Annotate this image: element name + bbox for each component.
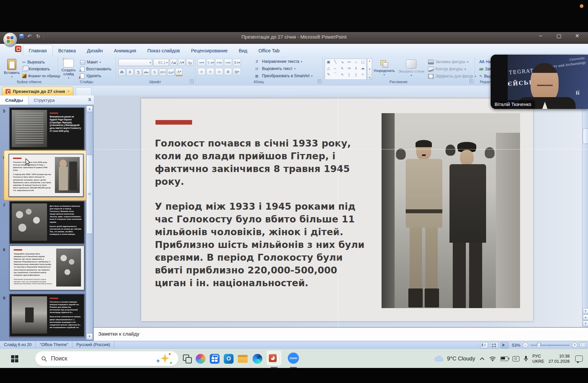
elbow-arrow-shape-icon[interactable]: ↳ [339, 65, 346, 71]
microphone-icon[interactable] [524, 356, 528, 362]
shape-fill-button[interactable]: Заливка фигуры▾ [428, 59, 468, 65]
align-left-button[interactable]: ≡ [198, 68, 205, 75]
fit-to-window-icon[interactable] [580, 342, 586, 348]
align-text-button[interactable]: ⊟ Выровнять текст▾ [253, 65, 296, 72]
align-right-button[interactable]: ≡ [215, 68, 223, 75]
triangle-shape-icon[interactable]: △ [325, 65, 332, 71]
shape-outline-button[interactable]: Контур фигуры▾ [428, 66, 466, 72]
paragraph-dialog-launcher-icon[interactable]: ⇘ [318, 79, 321, 83]
document-tab-close-icon[interactable]: × [67, 89, 70, 94]
webcam-overlay[interactable]: University History and Archaeology TEGRA… [491, 55, 588, 109]
columns-button[interactable]: ▥▾ [233, 68, 241, 75]
previous-slide-icon[interactable]: ▲▲ [583, 314, 588, 320]
font-size-combo[interactable]: 81,1▾ [153, 59, 169, 66]
zoom-out-icon[interactable]: – [523, 342, 528, 348]
slide-thumbnail-6[interactable]: Голокост почався в січні 1933 року, коли… [8, 154, 84, 197]
reset-slide-button[interactable]: Восстановить [80, 66, 111, 72]
normal-view-icon[interactable] [480, 342, 488, 348]
language-indicator[interactable]: РУСUKRE [532, 354, 544, 364]
status-language[interactable]: Русский (Россия) [73, 341, 114, 348]
decrease-indent-button[interactable]: ↤≡ [215, 59, 223, 66]
bullets-button[interactable]: ≔▾ [198, 59, 205, 66]
battery-icon[interactable] [500, 357, 508, 361]
slide-body-text[interactable]: Голокост почався в січні 1933 року, коли… [155, 137, 366, 289]
strikethrough-button[interactable]: abc [143, 69, 150, 76]
convert-smartart-button[interactable]: ▦ Преобразовать в SmartArt▾ [253, 73, 313, 79]
clock[interactable]: 10:3827.01.2026 [548, 354, 570, 364]
quick-styles-button[interactable]: Экспресс-стили▾ [397, 58, 425, 77]
line-shape-icon[interactable]: ╲ [332, 59, 339, 65]
panel-scrollbar-thumb[interactable] [86, 155, 93, 234]
clear-formatting-button[interactable]: A͇a [186, 59, 193, 66]
outlook-icon[interactable]: O [224, 354, 234, 364]
shapes-gallery[interactable]: ▣ ╲ ↘ ▭ ○ ▢ △ ⌐ ↳ ⇒ ⇓ ☁ ✎ ⌒ ∿ { } [325, 59, 367, 80]
italic-button[interactable]: К [126, 69, 134, 76]
customize-qat-icon[interactable]: ▾ [47, 35, 48, 38]
justify-button[interactable]: ≣ [224, 68, 232, 75]
tab-review[interactable]: Рецензирование [186, 45, 233, 56]
arrow-shape-icon[interactable]: ↘ [339, 59, 346, 65]
curve-shape-icon[interactable]: ∿ [339, 71, 346, 78]
zoom-slider-thumb[interactable] [537, 343, 541, 348]
font-name-combo[interactable]: ▾ [118, 59, 152, 66]
zoom-slider[interactable] [531, 345, 570, 346]
next-slide-icon[interactable]: ▼▼ [583, 321, 588, 326]
screen-share-icon[interactable] [513, 356, 519, 361]
text-shadow-button[interactable]: S [151, 69, 158, 76]
search-box[interactable]: Поиск [35, 351, 178, 366]
panel-tab-outline[interactable]: Структура [28, 96, 60, 105]
redo-icon[interactable]: ↻ [36, 33, 41, 39]
right-arrow-shape-icon[interactable]: ⇒ [346, 65, 352, 71]
save-icon[interactable] [19, 34, 24, 39]
textbox-shape-icon[interactable]: ▣ [325, 59, 332, 65]
undo-icon[interactable]: ↶▾ [27, 33, 33, 39]
slide-thumbnail-9[interactable]: Спочатку в газових камерах використовува… [9, 294, 85, 337]
slide-sorter-view-icon[interactable] [490, 342, 498, 348]
status-slide-position[interactable]: Слайд 6 из 20 [0, 341, 36, 348]
rectangle-shape-icon[interactable]: ▭ [346, 59, 352, 65]
copilot-icon[interactable] [196, 354, 205, 364]
scroll-down-icon[interactable]: ▼ [583, 308, 588, 314]
slide-thumbnail-7[interactable]: Діти були особливою мішенню для нацистів… [9, 201, 85, 244]
character-spacing-button[interactable]: AV▾ [159, 69, 166, 76]
tab-insert[interactable]: Вставка [53, 45, 81, 56]
numbering-button[interactable]: ⒈≡▾ [206, 59, 214, 66]
weather-widget[interactable]: 9°C Cloudy [434, 356, 475, 362]
tab-view[interactable]: Вид [233, 45, 253, 56]
new-slide-button[interactable]: Создать слайд▾ [59, 58, 78, 79]
right-brace-shape-icon[interactable]: } [352, 71, 359, 78]
layout-button[interactable]: Макет▾ [80, 59, 101, 65]
slideshow-view-icon[interactable] [500, 342, 508, 348]
cloud-shape-icon[interactable]: ☁ [359, 65, 366, 71]
text-direction-button[interactable]: ⇵ Направление текста▾ [253, 58, 302, 65]
close-button[interactable]: ✕ [572, 33, 582, 39]
zoom-taskbar-button[interactable]: zoom [286, 351, 301, 366]
file-explorer-icon[interactable] [238, 355, 248, 363]
notes-pane[interactable]: Заметки к слайду [94, 327, 588, 341]
grow-font-button[interactable]: A▴ [170, 59, 177, 66]
zoom-in-icon[interactable]: + [572, 342, 578, 348]
bold-button[interactable]: Ж [118, 69, 125, 76]
main-scrollbar[interactable]: ▲ ▼ ▲▲ ▼▼ [582, 96, 588, 327]
panel-scrollbar[interactable]: ▲ ▼ [86, 105, 93, 340]
zoom-level[interactable]: 53% [512, 343, 520, 348]
task-view-icon[interactable] [183, 355, 191, 363]
main-scrollbar-thumb[interactable] [583, 128, 588, 144]
elbow-shape-icon[interactable]: ⌐ [332, 65, 339, 71]
shapes-gallery-scrollbar[interactable]: ▲▼▼̲ [367, 59, 372, 80]
increase-indent-button[interactable]: ↦≡ [224, 59, 232, 66]
office-tab-addin-icon[interactable] [15, 46, 21, 52]
wifi-icon[interactable] [489, 356, 496, 361]
tab-animation[interactable]: Анимация [108, 45, 142, 56]
microsoft-store-icon[interactable] [210, 354, 220, 364]
panel-tab-slides[interactable]: Слайды [0, 96, 28, 105]
down-arrow-shape-icon[interactable]: ⇓ [352, 65, 359, 71]
shape-effects-button[interactable]: Эффекты для фигур▾ [428, 73, 476, 79]
drawing-dialog-launcher-icon[interactable]: ⇘ [469, 79, 473, 83]
tray-chevron-icon[interactable] [480, 357, 485, 360]
font-color-button[interactable]: А▾ [175, 68, 183, 76]
maximize-button[interactable]: ▢ [554, 33, 564, 39]
document-tab-new[interactable] [76, 87, 91, 96]
cut-button[interactable]: ✂Вырезать [22, 59, 45, 65]
notifications-icon[interactable] [575, 356, 583, 362]
